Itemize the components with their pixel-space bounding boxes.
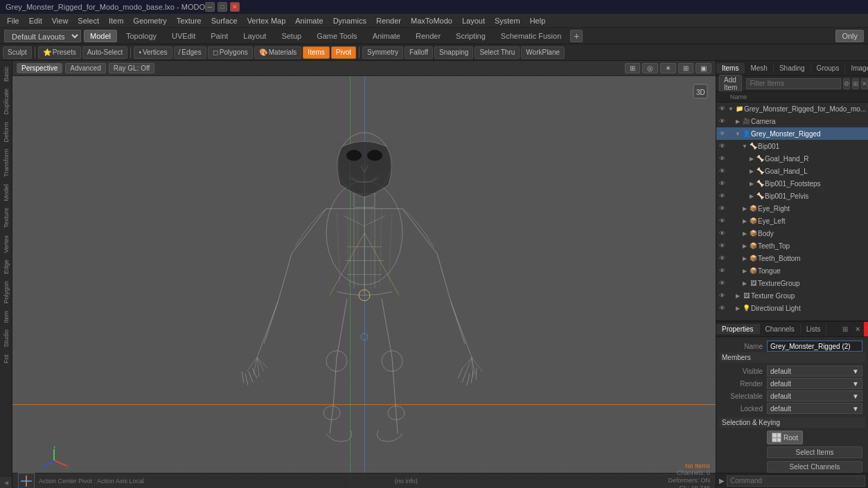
- command-arrow-icon[interactable]: ▶: [719, 477, 725, 485]
- menu-system[interactable]: System: [490, 15, 524, 26]
- layout-tab-animate[interactable]: Animate: [366, 30, 407, 42]
- menu-item[interactable]: Item: [105, 15, 127, 26]
- arrow-footsteps[interactable]: ▶: [748, 180, 755, 187]
- sidebar-tab-model[interactable]: Model: [1, 181, 11, 204]
- eye-icon-texture-group[interactable]: 👁: [716, 290, 727, 301]
- select-items-button[interactable]: Select Items: [767, 446, 862, 458]
- menu-maxtomodo[interactable]: MaxToModo: [407, 15, 457, 26]
- eye-icon-grey-monster[interactable]: 👁: [716, 128, 727, 139]
- select-thru-button[interactable]: Select Thru: [475, 46, 520, 59]
- items-tab[interactable]: Items: [716, 63, 745, 73]
- tree-item-footsteps[interactable]: 👁 ▶ 🦴 Bip001_Footsteps: [716, 177, 868, 190]
- eye-icon-bip001[interactable]: 👁: [716, 141, 727, 152]
- layout-tab-layout[interactable]: Layout: [237, 30, 272, 42]
- ray-gl-button[interactable]: Ray GL: Off: [109, 63, 155, 73]
- tree-item-eye-left[interactable]: 👁 ▶ 📦 Eye_Left: [716, 215, 868, 227]
- menu-help[interactable]: Help: [526, 15, 550, 26]
- menu-animate[interactable]: Animate: [291, 15, 327, 26]
- tree-item-texture-group-inner[interactable]: 👁 ▶ 🖼 TextureGroup: [716, 277, 868, 289]
- sidebar-tab-vertex[interactable]: Vertex: [1, 233, 11, 256]
- eye-icon-goal-hand-l[interactable]: 👁: [716, 165, 727, 177]
- viewport-icon-1[interactable]: ⊞: [625, 63, 640, 73]
- maximize-button[interactable]: □: [218, 2, 227, 12]
- sidebar-tab-transform[interactable]: Transform: [1, 146, 11, 180]
- falloff-button[interactable]: Falloff: [405, 46, 433, 59]
- menu-dynamics[interactable]: Dynamics: [329, 15, 371, 26]
- channels-tab[interactable]: Channels: [760, 324, 801, 334]
- layout-tab-paint[interactable]: Paint: [204, 30, 234, 42]
- edges-button[interactable]: / Edges: [174, 46, 206, 59]
- eye-icon-tongue[interactable]: 👁: [716, 265, 727, 276]
- arrow-teeth-bottom[interactable]: ▶: [741, 255, 748, 262]
- arrow-tongue[interactable]: ▶: [741, 267, 748, 274]
- sidebar-tab-studio[interactable]: Studio: [1, 327, 11, 350]
- tree-item-pelvis[interactable]: 👁 ▶ 🦴 Bip001_Pelvis: [716, 190, 868, 202]
- sidebar-expand-button[interactable]: ◀: [0, 477, 12, 488]
- groups-tab[interactable]: Groups: [811, 63, 846, 73]
- sidebar-tab-item[interactable]: Item: [1, 308, 11, 326]
- sidebar-tab-basic[interactable]: Basic: [1, 64, 11, 84]
- tree-item-goal-hand-r[interactable]: 👁 ▶ 🦴 Goal_Hand_R: [716, 152, 868, 165]
- props-name-field[interactable]: [767, 341, 862, 352]
- select-channels-button[interactable]: Select Channels: [767, 461, 862, 473]
- layout-select[interactable]: Default Layouts: [4, 30, 81, 42]
- snapping-button[interactable]: Snapping: [434, 46, 473, 59]
- arrow-goal-hand-r[interactable]: ▶: [748, 155, 755, 162]
- tree-item-body[interactable]: 👁 ▶ 📦 Body: [716, 227, 868, 240]
- props-visible-dropdown[interactable]: default ▼: [767, 365, 862, 377]
- menu-edit[interactable]: Edit: [25, 15, 46, 26]
- lists-tab[interactable]: Lists: [801, 324, 827, 334]
- layout-tab-uvedit[interactable]: UVEdit: [166, 30, 202, 42]
- eye-icon-goal-hand-r[interactable]: 👁: [716, 153, 727, 164]
- sidebar-tab-polygon[interactable]: Polygon: [1, 278, 11, 307]
- arrow-goal-hand-l[interactable]: ▶: [748, 168, 755, 174]
- arrow-bip001[interactable]: ▼: [741, 143, 748, 150]
- sidebar-tab-deform[interactable]: Deform: [1, 119, 11, 145]
- layout-tab-setup[interactable]: Setup: [275, 30, 308, 42]
- items-settings-icon[interactable]: ⚙: [843, 78, 850, 89]
- eye-icon-texture-group-inner[interactable]: 👁: [716, 278, 727, 289]
- arrow-eye-right[interactable]: ▶: [741, 205, 748, 212]
- arrow-camera[interactable]: ▶: [734, 118, 741, 125]
- viewport-icon-2[interactable]: ◎: [642, 63, 658, 73]
- polygons-button[interactable]: ◻ Polygons: [208, 46, 253, 59]
- layout-tab-topology[interactable]: Topology: [120, 30, 163, 42]
- presets-button[interactable]: ⭐ Presets: [38, 46, 81, 59]
- properties-tab[interactable]: Properties: [716, 324, 760, 334]
- layout-tab-gametools[interactable]: Game Tools: [310, 30, 364, 42]
- tree-item-teeth-top[interactable]: 👁 ▶ 📦 Teeth_Top: [716, 240, 868, 252]
- arrow-eye-left[interactable]: ▶: [741, 217, 748, 224]
- minimize-button[interactable]: ─: [205, 2, 215, 12]
- menu-view[interactable]: View: [48, 15, 73, 26]
- vertices-button[interactable]: • Vertices: [134, 46, 172, 59]
- arrow-texture-group-inner[interactable]: ▶: [741, 280, 748, 287]
- menu-geometry[interactable]: Geometry: [129, 15, 170, 26]
- items-button[interactable]: Items: [303, 46, 329, 59]
- only-button[interactable]: Only: [835, 30, 864, 42]
- shading-tab[interactable]: Shading: [774, 63, 811, 73]
- tree-item-bip001[interactable]: 👁 ▼ 🦴 Bip001: [716, 140, 868, 152]
- layout-tab-scripting[interactable]: Scripting: [450, 30, 492, 42]
- props-render-dropdown[interactable]: default ▼: [767, 378, 862, 389]
- props-selectable-dropdown[interactable]: default ▼: [767, 390, 862, 401]
- mesh-tab[interactable]: Mesh: [745, 63, 773, 73]
- materials-button[interactable]: 🎨 Materials: [254, 46, 302, 59]
- eye-icon-footsteps[interactable]: 👁: [716, 178, 727, 189]
- sidebar-tab-edge[interactable]: Edge: [1, 257, 11, 277]
- tree-item-tongue[interactable]: 👁 ▶ 📦 Tongue: [716, 264, 868, 277]
- tree-item-eye-right[interactable]: 👁 ▶ 📦 Eye_Right: [716, 202, 868, 215]
- arrow-pelvis[interactable]: ▶: [748, 192, 755, 199]
- tree-item-teeth-bottom[interactable]: 👁 ▶ 📦 Teeth_Bottom: [716, 252, 868, 264]
- tree-item-grey-monster[interactable]: 👁 ▼ 👤 Grey_Monster_Rigged: [716, 127, 868, 140]
- root-button[interactable]: Root: [767, 431, 803, 444]
- auto-select-button[interactable]: Auto-Select: [82, 46, 128, 59]
- sidebar-tab-texture[interactable]: Texture: [1, 205, 11, 231]
- eye-icon-eye-left[interactable]: 👁: [716, 215, 727, 226]
- eye-icon-camera[interactable]: 👁: [716, 116, 727, 127]
- sidebar-tab-duplicate[interactable]: Duplicate: [1, 86, 11, 118]
- symmetry-button[interactable]: Symmetry: [362, 46, 403, 59]
- layout-tab-render[interactable]: Render: [409, 30, 447, 42]
- perspective-button[interactable]: Perspective: [17, 63, 62, 73]
- arrow-body[interactable]: ▶: [741, 230, 748, 237]
- tree-item-goal-hand-l[interactable]: 👁 ▶ 🦴 Goal_Hand_L: [716, 165, 868, 177]
